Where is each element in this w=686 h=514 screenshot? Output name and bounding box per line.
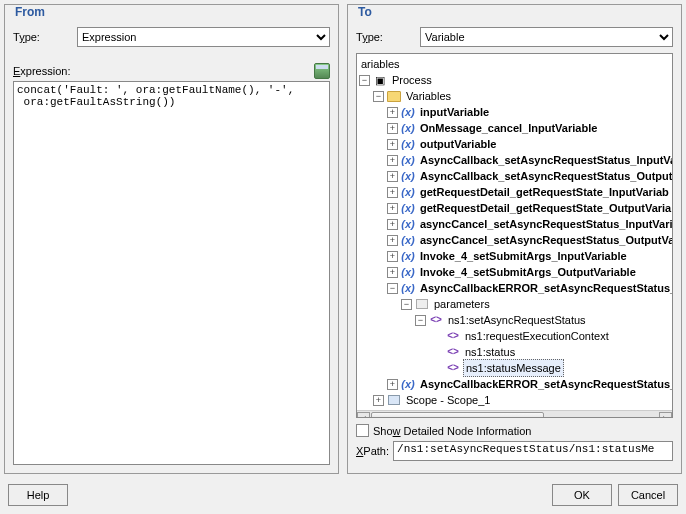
collapse-icon[interactable]: −: [359, 75, 370, 86]
variable-icon: (x): [401, 281, 415, 295]
variable-icon: (x): [401, 185, 415, 199]
cancel-button[interactable]: Cancel: [618, 484, 678, 506]
tree-variable[interactable]: getRequestDetail_getRequestState_InputVa…: [418, 184, 671, 200]
element-icon: <>: [446, 329, 460, 343]
show-detail-label: Show Detailed Node Information: [373, 425, 531, 437]
tree-variable[interactable]: AsyncCallbackERROR_setAsyncRequestStatus…: [418, 280, 673, 296]
tree-variable[interactable]: asyncCancel_setAsyncRequestStatus_InputV…: [418, 216, 673, 232]
help-button[interactable]: Help: [8, 484, 68, 506]
from-type-label: Type:: [13, 31, 73, 43]
variable-icon: (x): [401, 217, 415, 231]
expand-icon[interactable]: +: [387, 155, 398, 166]
tree-variable[interactable]: Invoke_4_setSubmitArgs_OutputVariable: [418, 264, 638, 280]
expression-label: Expression:: [13, 65, 70, 77]
xpath-input[interactable]: /ns1:setAsyncRequestStatus/ns1:statusMe: [393, 441, 673, 461]
to-panel: To Type: Variable ariables −▣Process −Va…: [347, 4, 682, 474]
scroll-right-arrow[interactable]: ►: [659, 412, 672, 418]
to-type-select[interactable]: Variable: [420, 27, 673, 47]
scope-icon: [387, 393, 401, 407]
expand-icon[interactable]: +: [387, 235, 398, 246]
collapse-icon[interactable]: −: [387, 283, 398, 294]
parameters-icon: [415, 297, 429, 311]
expand-icon[interactable]: +: [387, 139, 398, 150]
ok-button[interactable]: OK: [552, 484, 612, 506]
expand-icon[interactable]: +: [387, 123, 398, 134]
variable-icon: (x): [401, 265, 415, 279]
variable-icon: (x): [401, 233, 415, 247]
folder-icon: [387, 89, 401, 103]
tree-element[interactable]: ns1:setAsyncRequestStatus: [446, 312, 588, 328]
tree-variable[interactable]: getRequestDetail_getRequestState_OutputV…: [418, 200, 673, 216]
tree-variable[interactable]: asyncCancel_setAsyncRequestStatus_Output…: [418, 232, 673, 248]
expand-icon[interactable]: +: [387, 267, 398, 278]
variable-icon: (x): [401, 377, 415, 391]
variable-icon: (x): [401, 137, 415, 151]
tree-scope[interactable]: Scope - Scope_1: [404, 392, 492, 408]
show-detail-checkbox[interactable]: [356, 424, 369, 437]
tree-process[interactable]: Process: [390, 72, 434, 88]
tree-variable[interactable]: OnMessage_cancel_InputVariable: [418, 120, 599, 136]
tree-parameters[interactable]: parameters: [432, 296, 492, 312]
collapse-icon[interactable]: −: [373, 91, 384, 102]
tree-element-selected[interactable]: ns1:statusMessage: [463, 359, 564, 377]
tree-variable[interactable]: AsyncCallback_setAsyncRequestStatus_Inpu…: [418, 152, 673, 168]
expand-icon[interactable]: +: [387, 251, 398, 262]
scroll-left-arrow[interactable]: ◄: [357, 412, 370, 418]
button-bar: Help OK Cancel: [4, 474, 682, 510]
expand-icon[interactable]: +: [387, 379, 398, 390]
from-type-select[interactable]: Expression: [77, 27, 330, 47]
to-panel-title: To: [358, 5, 673, 19]
collapse-icon[interactable]: −: [401, 299, 412, 310]
tree-variables-folder[interactable]: Variables: [404, 88, 453, 104]
tree-variable[interactable]: Invoke_4_setSubmitArgs_InputVariable: [418, 248, 629, 264]
expression-textarea[interactable]: concat('Fault: ', ora:getFaultName(), '-…: [13, 81, 330, 465]
tree-variable[interactable]: AsyncCallbackERROR_setAsyncRequestStatus…: [418, 376, 673, 392]
expand-icon[interactable]: +: [373, 395, 384, 406]
variable-icon: (x): [401, 249, 415, 263]
element-icon: <>: [446, 345, 460, 359]
tree-variable[interactable]: inputVariable: [418, 104, 491, 120]
element-icon: <>: [429, 313, 443, 327]
to-type-label: Type:: [356, 31, 416, 43]
process-icon: ▣: [373, 73, 387, 87]
expand-icon[interactable]: +: [387, 203, 398, 214]
from-panel: From Type: Expression Expression: concat…: [4, 4, 339, 474]
expand-icon[interactable]: +: [387, 107, 398, 118]
expand-icon[interactable]: +: [387, 187, 398, 198]
variable-tree[interactable]: ariables −▣Process −Variables +(x)inputV…: [356, 53, 673, 418]
expand-icon[interactable]: +: [387, 171, 398, 182]
tree-element[interactable]: ns1:requestExecutionContext: [463, 328, 611, 344]
variable-icon: (x): [401, 201, 415, 215]
tree-root-label: ariables: [359, 56, 402, 72]
tree-element[interactable]: ns1:status: [463, 344, 517, 360]
collapse-icon[interactable]: −: [415, 315, 426, 326]
variable-icon: (x): [401, 153, 415, 167]
variable-icon: (x): [401, 105, 415, 119]
scroll-thumb[interactable]: [371, 412, 544, 418]
horizontal-scrollbar[interactable]: ◄ ►: [357, 410, 672, 418]
variable-icon: (x): [401, 169, 415, 183]
element-icon: <>: [446, 361, 460, 375]
expression-builder-icon[interactable]: [314, 63, 330, 79]
tree-variable[interactable]: outputVariable: [418, 136, 498, 152]
variable-icon: (x): [401, 121, 415, 135]
expand-icon[interactable]: +: [387, 219, 398, 230]
from-panel-title: From: [15, 5, 330, 19]
xpath-label: XPath:: [356, 445, 389, 457]
tree-variable[interactable]: AsyncCallback_setAsyncRequestStatus_Outp…: [418, 168, 673, 184]
